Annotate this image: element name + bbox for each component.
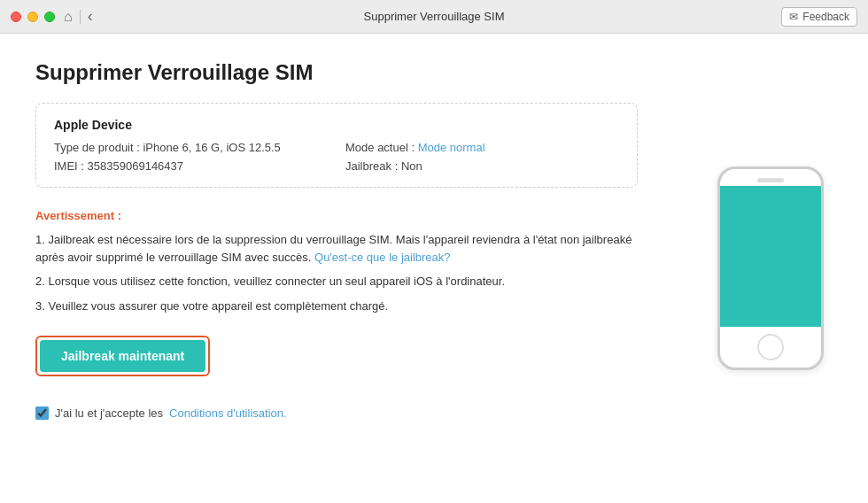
warning-title: Avertissement : xyxy=(35,209,638,222)
type-value: iPhone 6, 16 G, iOS 12.5.5 xyxy=(143,141,280,154)
terms-row: J'ai lu et j'accepte les Conditions d'ut… xyxy=(35,406,638,420)
warning-item-1: 1. Jailbreak est nécessaire lors de la s… xyxy=(35,231,638,266)
titlebar: ⌂ ‹ Supprimer Verrouillage SIM ✉ Feedbac… xyxy=(0,0,868,34)
warning-item-3: 3. Veuillez vous assurer que votre appar… xyxy=(35,298,638,315)
device-type-row: Type de produit : iPhone 6, 16 G, iOS 12… xyxy=(54,141,328,154)
warning-list: 1. Jailbreak est nécessaire lors de la s… xyxy=(35,231,638,314)
close-button[interactable] xyxy=(11,12,21,22)
phone-home-button xyxy=(757,334,784,360)
traffic-lights xyxy=(11,12,55,22)
warning-text-2: 2. Lorsque vous utilisez cette fonction,… xyxy=(35,275,505,288)
phone-mockup xyxy=(717,166,824,370)
device-info-grid: Type de produit : iPhone 6, 16 G, iOS 12… xyxy=(54,141,619,173)
jailbreak-label: Jailbreak : xyxy=(345,159,398,173)
minimize-button[interactable] xyxy=(27,12,38,22)
phone-speaker xyxy=(757,178,784,182)
content-area: Supprimer Verrouillage SIM Apple Device … xyxy=(0,34,673,503)
terms-text: J'ai lu et j'accepte les xyxy=(55,406,163,420)
feedback-icon: ✉ xyxy=(789,11,798,23)
back-button[interactable]: ‹ xyxy=(88,7,93,26)
device-card-title: Apple Device xyxy=(54,118,619,132)
feedback-button[interactable]: ✉ Feedback xyxy=(781,7,857,27)
terms-link[interactable]: Conditions d'utilisation. xyxy=(169,406,287,420)
jailbreak-now-button[interactable]: Jailbreak maintenant xyxy=(40,340,205,372)
titlebar-title: Supprimer Verrouillage SIM xyxy=(364,10,505,23)
jailbreak-button-border: Jailbreak maintenant xyxy=(35,336,210,376)
mode-label: Mode actuel : xyxy=(345,141,415,154)
jailbreak-button-wrapper: Jailbreak maintenant xyxy=(35,336,638,392)
mode-value: Mode normal xyxy=(418,141,485,154)
jailbreak-info-link[interactable]: Qu'est-ce que le jailbreak? xyxy=(314,251,451,264)
titlebar-divider xyxy=(80,10,81,24)
device-mode-row: Mode actuel : Mode normal xyxy=(345,141,619,154)
device-jailbreak-row: Jailbreak : Non xyxy=(345,159,619,173)
device-card: Apple Device Type de produit : iPhone 6,… xyxy=(35,103,638,188)
warning-text-3: 3. Veuillez vous assurer que votre appar… xyxy=(35,299,388,313)
page-title: Supprimer Verrouillage SIM xyxy=(35,60,638,85)
terms-checkbox[interactable] xyxy=(35,406,49,420)
device-imei-row: IMEI : 358359069146437 xyxy=(54,159,328,173)
imei-value: 358359069146437 xyxy=(88,159,183,173)
home-icon[interactable]: ⌂ xyxy=(64,9,73,25)
type-label: Type de produit : xyxy=(54,141,140,154)
jailbreak-status-value: Non xyxy=(401,159,422,173)
feedback-label: Feedback xyxy=(802,11,849,23)
main-layout: Supprimer Verrouillage SIM Apple Device … xyxy=(0,34,868,503)
imei-label: IMEI : xyxy=(54,159,84,173)
maximize-button[interactable] xyxy=(44,12,55,22)
phone-screen xyxy=(720,186,821,327)
phone-panel xyxy=(673,34,868,503)
warning-item-2: 2. Lorsque vous utilisez cette fonction,… xyxy=(35,273,638,290)
